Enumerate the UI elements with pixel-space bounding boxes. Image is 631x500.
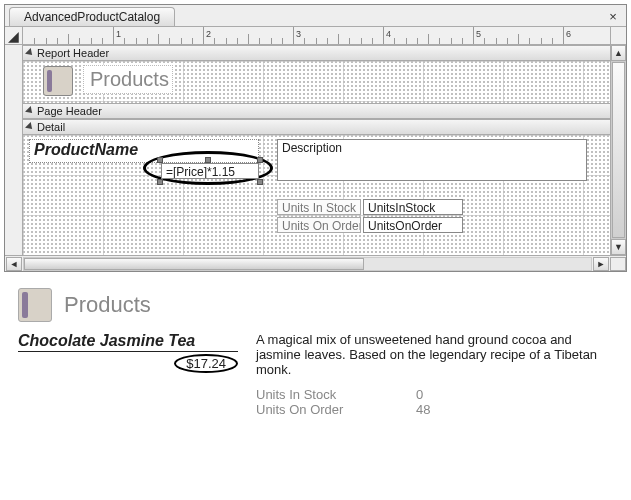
page-header-label: Page Header (37, 105, 102, 117)
units-in-stock-textbox[interactable]: UnitsInStock (363, 199, 463, 215)
productname-textbox[interactable]: ProductName (29, 139, 259, 163)
ruler-selector-icon[interactable]: ◢ (5, 27, 23, 45)
designer-window: AdvancedProductCatalog × ◢ 123456 Report… (4, 4, 627, 272)
title-bar: AdvancedProductCatalog × (5, 5, 626, 27)
preview-description: A magical mix of unsweetened hand ground… (256, 332, 613, 377)
resize-handle[interactable] (257, 157, 263, 163)
horizontal-ruler[interactable]: 123456 (23, 27, 610, 44)
preview-units-on-order-value: 48 (416, 402, 430, 417)
preview-units-on-order-row: Units On Order 48 (256, 402, 613, 417)
vertical-scrollbar[interactable]: ▲ ▼ (610, 45, 626, 255)
preview-stock-section: Units In Stock 0 Units On Order 48 (256, 387, 613, 417)
description-textbox[interactable]: Description (277, 139, 587, 181)
units-in-stock-label[interactable]: Units In Stock (277, 199, 361, 215)
detail-bar[interactable]: Detail (23, 119, 610, 135)
horizontal-scroll-thumb[interactable] (24, 258, 364, 270)
design-canvas[interactable]: Report Header Products Page Header Detai… (23, 45, 610, 255)
notebook-icon (43, 66, 73, 96)
preview-price-wrap: $17.24 (18, 354, 238, 376)
units-on-order-label[interactable]: Units On Order (277, 217, 361, 233)
collapse-icon (25, 106, 35, 116)
preview-units-on-order-label: Units On Order (256, 402, 416, 417)
price-expression-textbox[interactable]: =[Price]*1.15 (161, 163, 259, 179)
horizontal-scroll-track[interactable] (23, 257, 592, 271)
report-title-label[interactable]: Products (83, 65, 173, 94)
horizontal-scrollbar[interactable]: ◄ ► (5, 255, 626, 271)
notebook-icon (18, 288, 52, 322)
preview-header: Products (18, 288, 613, 322)
report-header-body[interactable]: Products (23, 61, 610, 103)
scroll-up-icon[interactable]: ▲ (611, 45, 626, 61)
scroll-left-icon[interactable]: ◄ (6, 257, 22, 271)
report-header-label: Report Header (37, 47, 109, 59)
scrollbar-corner (610, 257, 626, 271)
preview-units-in-stock-row: Units In Stock 0 (256, 387, 613, 402)
resize-handle[interactable] (157, 179, 163, 185)
units-on-order-textbox[interactable]: UnitsOnOrder (363, 217, 463, 233)
preview-units-in-stock-label: Units In Stock (256, 387, 416, 402)
vertical-scroll-thumb[interactable] (612, 62, 625, 238)
report-preview: Products Chocolate Jasmine Tea $17.24 A … (18, 288, 613, 417)
preview-title: Products (64, 292, 151, 318)
preview-price: $17.24 (174, 354, 238, 373)
resize-handle[interactable] (157, 157, 163, 163)
document-tab[interactable]: AdvancedProductCatalog (9, 7, 175, 26)
scroll-down-icon[interactable]: ▼ (611, 239, 626, 255)
close-icon[interactable]: × (604, 10, 622, 26)
report-header-bar[interactable]: Report Header (23, 45, 610, 61)
detail-label: Detail (37, 121, 65, 133)
preview-units-in-stock-value: 0 (416, 387, 423, 402)
preview-product-row: Chocolate Jasmine Tea $17.24 A magical m… (18, 332, 613, 377)
detail-body[interactable]: ProductName =[Price]*1.15 Description Un… (23, 135, 610, 255)
collapse-icon (25, 122, 35, 132)
design-area: Report Header Products Page Header Detai… (5, 45, 626, 255)
resize-handle[interactable] (205, 157, 211, 163)
collapse-icon (25, 48, 35, 58)
vertical-scroll-track[interactable] (611, 61, 626, 239)
vertical-ruler[interactable] (5, 45, 23, 255)
resize-handle[interactable] (257, 179, 263, 185)
preview-name-column: Chocolate Jasmine Tea $17.24 (18, 332, 238, 376)
scroll-right-icon[interactable]: ► (593, 257, 609, 271)
page-header-bar[interactable]: Page Header (23, 103, 610, 119)
horizontal-ruler-row: ◢ 123456 (5, 27, 626, 45)
preview-product-name: Chocolate Jasmine Tea (18, 332, 238, 352)
